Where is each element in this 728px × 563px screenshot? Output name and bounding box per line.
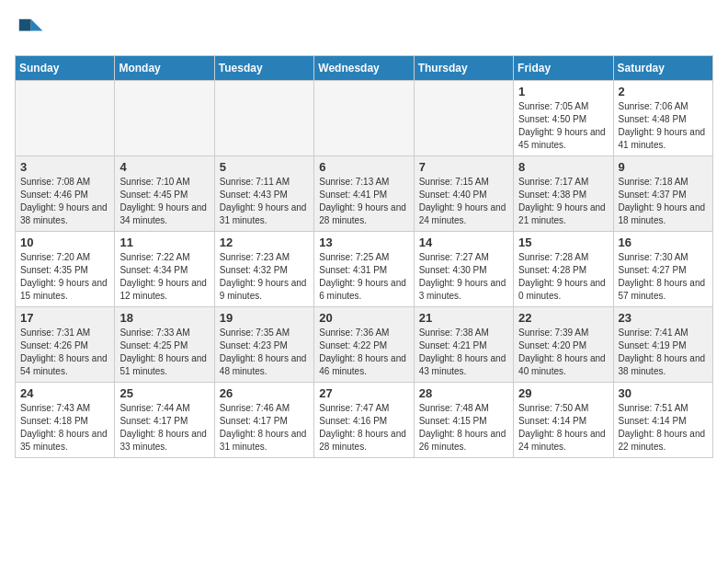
- day-number: 2: [619, 85, 709, 98]
- day-info: Sunrise: 7:17 AMSunset: 4:38 PMDaylight:…: [518, 176, 609, 227]
- day-info: Sunrise: 7:08 AMSunset: 4:46 PMDaylight:…: [20, 176, 110, 227]
- day-number: 30: [619, 386, 709, 400]
- calendar-cell: 23Sunrise: 7:41 AMSunset: 4:19 PMDayligh…: [613, 307, 712, 383]
- day-number: 20: [319, 311, 409, 325]
- calendar-week: 17Sunrise: 7:31 AMSunset: 4:26 PMDayligh…: [16, 307, 713, 383]
- day-number: 26: [220, 386, 310, 400]
- calendar-cell: 11Sunrise: 7:22 AMSunset: 4:34 PMDayligh…: [115, 232, 214, 307]
- calendar-cell: 28Sunrise: 7:48 AMSunset: 4:15 PMDayligh…: [414, 383, 513, 458]
- header-day: Friday: [514, 56, 613, 81]
- calendar-cell: 9Sunrise: 7:18 AMSunset: 4:37 PMDaylight…: [613, 156, 712, 232]
- calendar-cell: 3Sunrise: 7:08 AMSunset: 4:46 PMDaylight…: [16, 156, 115, 232]
- calendar-cell: 17Sunrise: 7:31 AMSunset: 4:26 PMDayligh…: [16, 307, 115, 383]
- day-info: Sunrise: 7:31 AMSunset: 4:26 PMDaylight:…: [20, 327, 110, 378]
- day-number: 1: [518, 85, 609, 98]
- day-info: Sunrise: 7:50 AMSunset: 4:14 PMDaylight:…: [518, 402, 609, 454]
- day-info: Sunrise: 7:28 AMSunset: 4:28 PMDaylight:…: [518, 251, 609, 303]
- day-number: 4: [119, 160, 210, 174]
- day-info: Sunrise: 7:13 AMSunset: 4:41 PMDaylight:…: [319, 176, 409, 227]
- day-number: 11: [119, 236, 210, 249]
- day-number: 3: [20, 160, 110, 174]
- calendar-cell: [16, 81, 115, 156]
- calendar-cell: 15Sunrise: 7:28 AMSunset: 4:28 PMDayligh…: [514, 232, 613, 307]
- day-number: 18: [119, 311, 210, 325]
- day-info: Sunrise: 7:06 AMSunset: 4:48 PMDaylight:…: [619, 100, 709, 152]
- logo-icon: [15, 15, 44, 44]
- calendar-table: SundayMondayTuesdayWednesdayThursdayFrid…: [15, 55, 713, 458]
- day-info: Sunrise: 7:33 AMSunset: 4:25 PMDaylight:…: [119, 327, 210, 378]
- day-number: 23: [619, 311, 709, 325]
- day-number: 19: [220, 311, 310, 325]
- day-info: Sunrise: 7:18 AMSunset: 4:37 PMDaylight:…: [619, 176, 709, 227]
- header-row: SundayMondayTuesdayWednesdayThursdayFrid…: [16, 56, 713, 81]
- calendar-cell: 22Sunrise: 7:39 AMSunset: 4:20 PMDayligh…: [514, 307, 613, 383]
- calendar-cell: 26Sunrise: 7:46 AMSunset: 4:17 PMDayligh…: [214, 383, 313, 458]
- day-info: Sunrise: 7:39 AMSunset: 4:20 PMDaylight:…: [518, 327, 609, 378]
- calendar-cell: [115, 81, 214, 156]
- calendar-cell: 21Sunrise: 7:38 AMSunset: 4:21 PMDayligh…: [414, 307, 513, 383]
- calendar-cell: 18Sunrise: 7:33 AMSunset: 4:25 PMDayligh…: [115, 307, 214, 383]
- calendar-cell: 20Sunrise: 7:36 AMSunset: 4:22 PMDayligh…: [314, 307, 414, 383]
- calendar-cell: 5Sunrise: 7:11 AMSunset: 4:43 PMDaylight…: [214, 156, 313, 232]
- calendar-cell: 8Sunrise: 7:17 AMSunset: 4:38 PMDaylight…: [514, 156, 613, 232]
- calendar-cell: 27Sunrise: 7:47 AMSunset: 4:16 PMDayligh…: [314, 383, 414, 458]
- day-number: 25: [119, 386, 210, 400]
- day-info: Sunrise: 7:46 AMSunset: 4:17 PMDaylight:…: [220, 402, 310, 454]
- day-info: Sunrise: 7:44 AMSunset: 4:17 PMDaylight:…: [119, 402, 210, 454]
- calendar-cell: 13Sunrise: 7:25 AMSunset: 4:31 PMDayligh…: [314, 232, 414, 307]
- day-info: Sunrise: 7:38 AMSunset: 4:21 PMDaylight:…: [419, 327, 509, 378]
- day-number: 13: [319, 236, 409, 249]
- header-day: Thursday: [414, 56, 513, 81]
- day-info: Sunrise: 7:23 AMSunset: 4:32 PMDaylight:…: [220, 251, 310, 303]
- day-number: 24: [20, 386, 110, 400]
- svg-marker-0: [31, 19, 43, 31]
- day-number: 28: [419, 386, 509, 400]
- header-day: Wednesday: [314, 56, 414, 81]
- calendar-cell: 7Sunrise: 7:15 AMSunset: 4:40 PMDaylight…: [414, 156, 513, 232]
- day-info: Sunrise: 7:43 AMSunset: 4:18 PMDaylight:…: [20, 402, 110, 454]
- calendar-cell: 16Sunrise: 7:30 AMSunset: 4:27 PMDayligh…: [613, 232, 712, 307]
- calendar-week: 10Sunrise: 7:20 AMSunset: 4:35 PMDayligh…: [16, 232, 713, 307]
- calendar-cell: 1Sunrise: 7:05 AMSunset: 4:50 PMDaylight…: [514, 81, 613, 156]
- day-number: 8: [518, 160, 609, 174]
- day-info: Sunrise: 7:10 AMSunset: 4:45 PMDaylight:…: [119, 176, 210, 227]
- day-info: Sunrise: 7:20 AMSunset: 4:35 PMDaylight:…: [20, 251, 110, 303]
- day-number: 9: [619, 160, 709, 174]
- calendar-cell: 6Sunrise: 7:13 AMSunset: 4:41 PMDaylight…: [314, 156, 414, 232]
- day-number: 29: [518, 386, 609, 400]
- day-info: Sunrise: 7:36 AMSunset: 4:22 PMDaylight:…: [319, 327, 409, 378]
- calendar-cell: [214, 81, 313, 156]
- calendar-cell: 25Sunrise: 7:44 AMSunset: 4:17 PMDayligh…: [115, 383, 214, 458]
- svg-rect-1: [19, 19, 31, 31]
- day-info: Sunrise: 7:30 AMSunset: 4:27 PMDaylight:…: [619, 251, 709, 303]
- header-day: Tuesday: [214, 56, 313, 81]
- day-info: Sunrise: 7:25 AMSunset: 4:31 PMDaylight:…: [319, 251, 409, 303]
- calendar-week: 1Sunrise: 7:05 AMSunset: 4:50 PMDaylight…: [16, 81, 713, 156]
- day-number: 15: [518, 236, 609, 249]
- day-info: Sunrise: 7:27 AMSunset: 4:30 PMDaylight:…: [419, 251, 509, 303]
- day-info: Sunrise: 7:51 AMSunset: 4:14 PMDaylight:…: [619, 402, 709, 454]
- header-day: Saturday: [613, 56, 712, 81]
- header-day: Sunday: [16, 56, 115, 81]
- day-number: 21: [419, 311, 509, 325]
- day-number: 17: [20, 311, 110, 325]
- calendar-cell: 19Sunrise: 7:35 AMSunset: 4:23 PMDayligh…: [214, 307, 313, 383]
- calendar-cell: 30Sunrise: 7:51 AMSunset: 4:14 PMDayligh…: [613, 383, 712, 458]
- day-number: 6: [319, 160, 409, 174]
- calendar-cell: 4Sunrise: 7:10 AMSunset: 4:45 PMDaylight…: [115, 156, 214, 232]
- calendar-cell: 10Sunrise: 7:20 AMSunset: 4:35 PMDayligh…: [16, 232, 115, 307]
- day-number: 10: [20, 236, 110, 249]
- day-info: Sunrise: 7:15 AMSunset: 4:40 PMDaylight:…: [419, 176, 509, 227]
- day-number: 27: [319, 386, 409, 400]
- calendar-cell: 29Sunrise: 7:50 AMSunset: 4:14 PMDayligh…: [514, 383, 613, 458]
- day-info: Sunrise: 7:47 AMSunset: 4:16 PMDaylight:…: [319, 402, 409, 454]
- calendar-cell: 12Sunrise: 7:23 AMSunset: 4:32 PMDayligh…: [214, 232, 313, 307]
- day-info: Sunrise: 7:11 AMSunset: 4:43 PMDaylight:…: [220, 176, 310, 227]
- day-info: Sunrise: 7:41 AMSunset: 4:19 PMDaylight:…: [619, 327, 709, 378]
- calendar-cell: [414, 81, 513, 156]
- day-number: 7: [419, 160, 509, 174]
- day-number: 14: [419, 236, 509, 249]
- day-number: 5: [220, 160, 310, 174]
- header-day: Monday: [115, 56, 214, 81]
- day-number: 16: [619, 236, 709, 249]
